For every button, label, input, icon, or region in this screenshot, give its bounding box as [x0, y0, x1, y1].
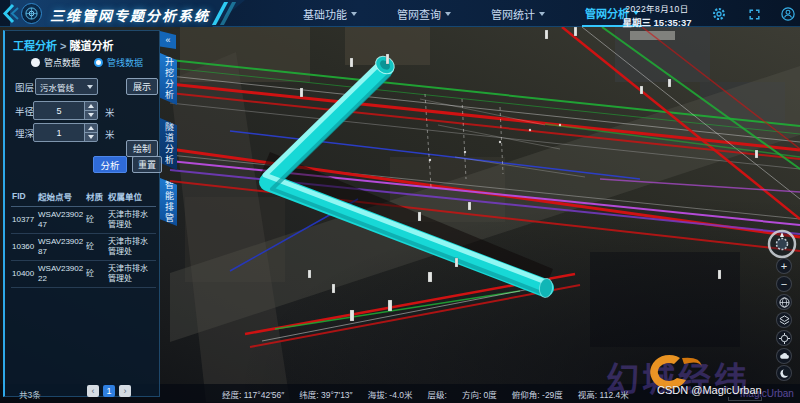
table-row[interactable]: 10360 WSAV23902 87 砼 天津市排水管理处: [11, 234, 156, 261]
depth-input[interactable]: [34, 124, 84, 141]
show-button[interactable]: 展示: [126, 78, 158, 95]
time-label: 15:35:37: [654, 17, 692, 28]
settings-button[interactable]: [710, 5, 728, 23]
depth-label: 埋深: [15, 126, 34, 140]
node-dots: [429, 124, 561, 161]
status-level: 层级:: [428, 388, 447, 400]
breadcrumb: 工程分析>隧道分析: [13, 37, 113, 53]
zoom-out-button[interactable]: −: [776, 276, 792, 292]
plus-icon: +: [781, 261, 787, 272]
compass-widget[interactable]: [766, 228, 798, 260]
pagination: ‹ 1 ›: [87, 385, 131, 397]
nav-item-basic-functions[interactable]: 基础功能: [300, 0, 360, 27]
layer-select[interactable]: 污水管线: [35, 78, 98, 95]
night-mode-button[interactable]: [776, 365, 792, 381]
page-title: 三维管网专题分析系统: [50, 5, 210, 25]
layer-label: 图层: [15, 80, 34, 94]
radio-selected-icon: [94, 58, 103, 67]
globe-icon: [779, 297, 790, 308]
table-row[interactable]: 10377 WSAV23902 47 砼 天津市排水管理处: [11, 207, 156, 234]
pipe-bundle-right: [545, 27, 800, 219]
datetime-display: 2022年8月10日 星期三 15:35:37: [612, 2, 702, 29]
status-altitude: 海拔: -4.0米: [368, 388, 413, 400]
radius-unit: 米: [105, 105, 115, 119]
fullscreen-button[interactable]: [745, 5, 763, 23]
page-1-button[interactable]: 1: [103, 385, 115, 397]
chevron-down-icon: [539, 12, 545, 16]
gear-icon: [712, 7, 726, 21]
depth-increase-button[interactable]: [85, 124, 97, 133]
cloud-icon: [779, 352, 790, 360]
tab-smart-pipe-layout[interactable]: 智能排管: [160, 178, 177, 226]
user-button[interactable]: [779, 5, 797, 23]
total-count-label: 共3条: [19, 388, 41, 400]
status-pitch: 俯仰角: -29度: [512, 388, 563, 400]
user-icon: [781, 7, 795, 21]
analyze-button[interactable]: 分析: [93, 156, 127, 173]
layers-icon: [779, 315, 790, 326]
status-view-height: 视高: 112.4米: [578, 388, 629, 400]
status-latitude: 纬度: 39°7'13″: [299, 388, 352, 400]
radius-increase-button[interactable]: [85, 102, 97, 111]
fullscreen-icon: [748, 8, 761, 21]
chevron-down-icon: [445, 12, 451, 16]
top-bar: 三维管网专题分析系统 基础功能 管网查询 管网统计 管网分析 2022年8月10…: [0, 0, 800, 27]
table-row[interactable]: 10400 WSAV23902 22 砼 天津市排水管理处: [11, 261, 156, 288]
zoom-in-button[interactable]: +: [776, 258, 792, 274]
crosshair-icon: [779, 333, 790, 344]
depth-decrease-button[interactable]: [85, 133, 97, 141]
status-heading: 方向: 0度: [462, 388, 497, 400]
nav-item-pipe-statistics[interactable]: 管网统计: [488, 0, 548, 27]
depth-stepper: [33, 123, 98, 142]
chevron-down-icon: [351, 12, 357, 16]
arrow-up-icon: [88, 104, 94, 108]
globe-mode-button[interactable]: [776, 294, 792, 310]
arrow-up-icon: [88, 126, 94, 130]
tab-tunnel-analysis[interactable]: 隧道分析: [160, 118, 177, 170]
result-table: FID 起始点号 材质 权属单位 10377 WSAV23902 47 砼 天津…: [11, 188, 156, 288]
radius-stepper: [33, 101, 98, 120]
date-label: 2022年8月10日: [612, 2, 702, 14]
minus-icon: −: [781, 279, 787, 290]
layers-button[interactable]: [776, 312, 792, 328]
locate-button[interactable]: [776, 330, 792, 346]
csdn-logo: [634, 344, 708, 392]
table-header-row: FID 起始点号 材质 权属单位: [11, 188, 156, 207]
depth-unit: 米: [105, 127, 115, 141]
next-page-button[interactable]: ›: [119, 385, 131, 397]
radio-pipe-line-data[interactable]: 管线数据: [94, 56, 143, 69]
nav-item-pipe-query[interactable]: 管网查询: [394, 0, 454, 27]
draw-button[interactable]: 绘制: [126, 140, 158, 157]
left-chevrons-icon: [1, 3, 19, 24]
tunnel-analysis-panel: 工程分析>隧道分析 管点数据 管线数据 图层 污水管线 展示 半径: [3, 30, 160, 397]
weekday-label: 星期三: [622, 17, 651, 28]
radius-input[interactable]: [34, 102, 84, 119]
tab-excavation-analysis[interactable]: 开挖分析: [160, 53, 177, 105]
data-type-radios: 管点数据 管线数据: [31, 56, 143, 69]
radio-icon: [31, 58, 40, 67]
main-nav: 基础功能 管网查询 管网统计 管网分析: [300, 0, 642, 27]
chevron-down-icon: [87, 85, 93, 89]
radius-label: 半径: [15, 104, 34, 118]
moon-icon: [779, 368, 790, 379]
radio-pipe-point-data[interactable]: 管点数据: [31, 56, 80, 69]
weather-button[interactable]: [776, 348, 792, 364]
app-logo: [21, 3, 42, 24]
status-longitude: 经度: 117°42'56″: [222, 388, 284, 400]
arrow-down-icon: [88, 113, 94, 117]
reset-button[interactable]: 重置: [132, 156, 162, 173]
arrow-down-icon: [88, 135, 94, 139]
radius-decrease-button[interactable]: [85, 111, 97, 119]
prev-page-button[interactable]: ‹: [87, 385, 99, 397]
app-window: + − 幻城经纬 MagicUrban CSDN @MagicUrban 经度:…: [0, 0, 800, 403]
